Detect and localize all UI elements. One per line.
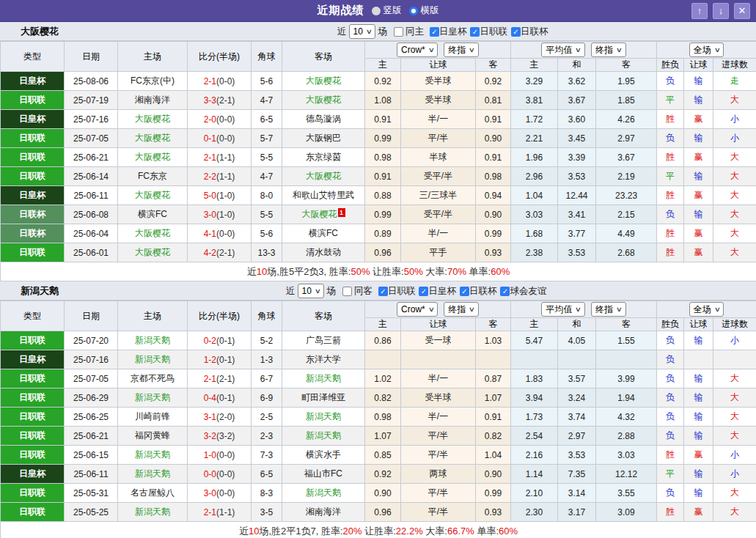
away-team-name: 德岛漩涡	[306, 114, 341, 124]
avg-draw-odds-cell: 12.44	[558, 186, 596, 205]
match-count-select[interactable]: 10∨	[298, 284, 325, 298]
league-checkbox[interactable]: ✓	[378, 287, 388, 296]
avg-home-odds-cell: 2.21	[511, 129, 558, 148]
halftime-score: (0-0)	[216, 133, 235, 144]
final-odds-select[interactable]: 终指∨	[444, 302, 479, 317]
radio-on-icon[interactable]	[409, 7, 418, 15]
avg-draw-odds-cell	[558, 350, 596, 369]
league-type-cell: 日职联	[1, 503, 65, 522]
handicap-result-cell: 输	[684, 484, 713, 503]
result-cell: 胜	[657, 243, 684, 262]
average-select[interactable]: 平均值∨	[541, 302, 585, 317]
chevron-down-icon: ∨	[616, 306, 623, 313]
league-checkbox[interactable]: ✓	[460, 287, 469, 296]
avg-away-odds-cell: 4.49	[596, 224, 657, 243]
avg-away-odds-cell: 23.23	[596, 186, 657, 205]
title-group: 近期战绩 竖版 横版	[318, 4, 439, 18]
league-type-cell: 日职联	[1, 148, 65, 167]
layout-radio-horizontal[interactable]: 横版	[409, 4, 439, 17]
handicap-result-cell: 赢	[684, 446, 713, 465]
league-filter-group: ✓日皇杯✓日职联✓日联杯	[426, 26, 548, 38]
halftime-score: (1-0)	[216, 191, 235, 201]
fulltime-select[interactable]: 全场∨	[689, 302, 724, 317]
bookmaker-select[interactable]: Crow*∨	[397, 43, 438, 57]
goals-result-cell: 大	[713, 148, 756, 167]
col-home: 主场	[118, 42, 188, 72]
handicap-result-cell: 输	[684, 388, 713, 408]
date-cell: 25-06-29	[65, 388, 118, 408]
move-up-button[interactable]: ↑	[691, 3, 708, 19]
corner-cell: 3-5	[252, 503, 282, 522]
away-odds-cell: 0.82	[476, 427, 511, 446]
result-cell: 平	[657, 91, 684, 110]
summary-stat-value: 50%	[404, 266, 423, 277]
away-team-cell: 町田泽维亚	[282, 388, 365, 408]
avg-home-odds-cell: 2.10	[511, 484, 558, 503]
score-cell: 3-0(1-0)	[188, 205, 252, 224]
away-odds-cell: 0.94	[476, 186, 511, 205]
avg-home-odds-cell: 2.38	[511, 243, 558, 262]
away-team-cell: 东京绿茵	[282, 148, 365, 167]
final-odds-select-2[interactable]: 终指∨	[591, 43, 626, 57]
avg-home-odds-cell: 1.04	[511, 186, 558, 205]
league-checkbox[interactable]: ✓	[419, 287, 428, 296]
away-team-cell: 新潟天鹅	[282, 408, 365, 427]
layout-radio-vertical[interactable]: 竖版	[372, 4, 402, 17]
halftime-score: (0-0)	[216, 114, 235, 125]
away-team-cell: 大阪樱花	[282, 91, 365, 110]
corner-cell: 2-3	[252, 427, 282, 446]
home-team-cell: 川崎前锋	[118, 408, 188, 427]
home-odds-cell: 1.02	[365, 369, 401, 388]
away-team-name: 大阪钢巴	[306, 133, 341, 143]
match-count-value: 10	[353, 26, 363, 37]
bookmaker-select[interactable]: Crow*∨	[397, 302, 438, 317]
home-team-cell: FC东京	[118, 167, 188, 186]
league-checkbox[interactable]: ✓	[430, 27, 439, 37]
handicap-cell: 受平/半	[401, 205, 476, 224]
table-row: 日联杯 25-06-08 横滨FC 3-0(1-0) 5-5 大阪樱花1 0.9…	[1, 205, 756, 224]
away-team-cell: 大阪钢巴	[282, 129, 365, 148]
final-odds-select-2[interactable]: 终指∨	[591, 302, 626, 317]
avg-away-odds-cell: 12.12	[596, 465, 657, 484]
move-down-button[interactable]: ↓	[713, 3, 729, 19]
chevron-down-icon: ∨	[469, 46, 475, 54]
goals-result-cell: 小	[713, 465, 756, 484]
table-row: 日职联 25-06-29 新潟天鹅 0-4(0-1) 6-9 町田泽维亚 0.8…	[1, 388, 756, 408]
league-checkbox[interactable]: ✓	[511, 27, 521, 37]
final-odds-select-2-value: 终指	[595, 44, 613, 56]
handicap-cell: 平/半	[401, 484, 476, 503]
league-type-cell: 日职联	[1, 369, 65, 388]
handicap-cell: 半球	[401, 148, 476, 167]
radio-vertical-label: 竖版	[383, 4, 402, 17]
away-team-name: 新潟天鹅	[306, 373, 341, 383]
match-count-select[interactable]: 10∨	[349, 24, 376, 39]
home-odds-cell: 0.96	[365, 243, 401, 262]
handicap-result-cell: 输	[684, 427, 713, 446]
titlebar: 近期战绩 竖版 横版 ↑ ↓ ✕	[0, 0, 756, 22]
home-odds-cell: 0.96	[365, 503, 401, 522]
same-venue-checkbox[interactable]	[394, 27, 403, 37]
radio-off-icon[interactable]	[372, 7, 381, 15]
close-button[interactable]: ✕	[734, 3, 750, 19]
league-type-cell: 日职联	[1, 91, 65, 110]
home-odds-cell	[365, 350, 401, 369]
same-venue-checkbox[interactable]	[342, 287, 352, 296]
league-checkbox[interactable]: ✓	[500, 287, 510, 296]
fulltime-select-value: 全场	[694, 44, 711, 56]
home-odds-cell: 0.91	[365, 110, 401, 129]
home-odds-cell: 0.88	[365, 186, 401, 205]
fulltime-select[interactable]: 全场∨	[689, 43, 724, 57]
halftime-score: (1-0)	[216, 210, 235, 220]
avg-draw-odds-cell: 3.67	[558, 91, 596, 110]
league-checkbox[interactable]: ✓	[470, 27, 480, 37]
away-odds-cell: 0.99	[476, 224, 511, 243]
final-odds-select-value: 终指	[448, 44, 466, 56]
league-type-cell: 日职联	[1, 243, 65, 262]
average-select[interactable]: 平均值∨	[541, 43, 585, 57]
goals-result-cell: 大	[713, 388, 756, 408]
avg-draw-odds-cell: 3.62	[558, 72, 596, 91]
table-row: 日职联 25-07-05 大阪樱花 0-1(0-0) 5-7 大阪钢巴 0.99…	[1, 129, 756, 148]
handicap-cell	[401, 350, 476, 369]
final-odds-select[interactable]: 终指∨	[444, 43, 479, 57]
away-team-cell: 广岛三箭	[282, 331, 365, 350]
